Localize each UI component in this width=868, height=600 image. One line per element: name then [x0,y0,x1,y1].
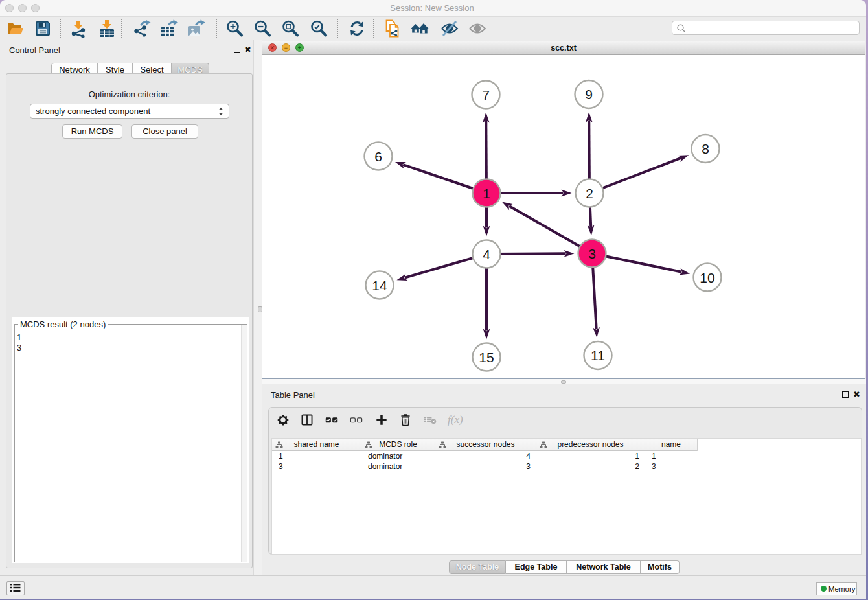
memory-button[interactable]: Memory [816,582,857,595]
zoom-out-button[interactable] [252,19,273,38]
hide-selected-button[interactable] [439,19,460,38]
deselect-all-button[interactable] [350,413,363,426]
network-canvas[interactable]: 1234678910111415 [262,56,865,378]
export-network-button[interactable] [131,19,152,38]
float-table-panel-icon[interactable] [842,391,849,398]
shared-column-icon [275,441,283,448]
optimization-criterion-label: Optimization criterion: [6,89,252,99]
export-table-icon [160,19,178,38]
tab-network-table[interactable]: Network Table [567,560,641,574]
search-box[interactable] [672,21,860,35]
table-settings-button[interactable] [277,413,290,426]
search-input[interactable] [688,22,856,34]
column-header-name[interactable]: name [645,439,698,451]
new-network-from-selection-icon [383,19,402,38]
network-frame-titlebar[interactable]: ✕ − + scc.txt [262,41,865,55]
column-header-shared-name[interactable]: shared name [272,439,361,451]
table-panel-titlebar: Table Panel ✖ [262,384,866,400]
horizontal-splitter-handle[interactable] [561,380,566,384]
table-cell[interactable]: 1 [279,451,283,461]
graph-node-label: 9 [585,87,593,102]
graph-node-label: 10 [700,270,714,285]
task-manager-button[interactable] [6,581,25,595]
mcds-result-fieldset: MCDS result (2 nodes) 1 3 [14,324,247,562]
tab-edge-table[interactable]: Edge Table [506,560,567,574]
add-icon [375,413,388,426]
vertical-splitter[interactable] [254,40,262,577]
table-row[interactable]: 3dominator323 [272,461,861,472]
show-all-button[interactable] [467,19,488,38]
window-titlebar[interactable]: Session: New Session [0,0,866,17]
table-cell[interactable]: dominator [368,451,402,461]
toolbar-separator [373,19,374,38]
tab-node-table[interactable]: Node Table [449,560,506,574]
save-session-button[interactable] [32,19,53,38]
open-file-icon [6,19,25,38]
mcds-result-panel: MCDS result (2 nodes) 1 3 [12,317,249,563]
delete-table-button[interactable] [424,413,437,426]
zoom-selected-button[interactable] [308,19,329,38]
table-panel-tabs: Node TableEdge TableNetwork TableMotifs [449,560,680,574]
mcds-panel: Optimization criterion: strongly connect… [6,73,253,568]
function-builder-button[interactable]: f(x) [448,413,461,426]
horizontal-splitter[interactable] [262,379,866,384]
result-scrollbar[interactable] [241,325,247,562]
export-table-button[interactable] [159,19,179,38]
new-network-from-selection-button[interactable] [382,19,403,38]
add-button[interactable] [375,413,388,426]
refresh-button[interactable] [347,19,367,38]
export-image-button[interactable] [186,19,207,38]
run-mcds-button[interactable]: Run MCDS [62,124,122,139]
graph-node-label: 6 [374,149,382,164]
import-network-button[interactable] [68,19,89,38]
graph-node-label: 14 [372,278,387,293]
column-header-MCDS-role[interactable]: MCDS role [361,439,435,451]
delete-button[interactable] [399,413,412,426]
graph-node-label: 11 [591,348,605,363]
search-icon [676,23,687,34]
network-frame-title: scc.txt [262,43,865,52]
delete-icon [399,413,412,426]
table-cell[interactable]: 4 [435,451,531,461]
zoom-in-icon [225,19,244,38]
mcds-result-text[interactable]: 1 3 [17,332,21,353]
close-control-panel-icon[interactable]: ✖ [244,45,251,54]
criterion-dropdown[interactable]: strongly connected component [30,104,229,119]
tab-motifs[interactable]: Motifs [641,560,680,574]
select-all-icon [325,413,338,426]
split-view-icon [301,413,314,426]
close-panel-button[interactable]: Close panel [131,124,198,139]
select-all-button[interactable] [325,413,338,426]
zoom-fit-button[interactable] [280,19,301,38]
zoom-in-button[interactable] [224,19,245,38]
table-cell[interactable]: 1 [652,451,656,461]
open-file-button[interactable] [5,19,26,38]
table-cell[interactable]: 2 [536,461,639,472]
column-header-predecessor-nodes[interactable]: predecessor nodes [536,439,645,451]
split-view-button[interactable] [301,413,314,426]
table-cell[interactable]: 1 [536,451,639,461]
network-graph[interactable]: 1234678910111415 [262,56,865,378]
table-cell[interactable]: 3 [652,461,656,472]
close-table-panel-icon[interactable]: ✖ [853,390,860,399]
memory-label: Memory [828,585,856,593]
export-image-icon [187,19,205,38]
column-label: predecessor nodes [557,440,623,449]
zoom-selected-icon [310,19,328,38]
first-neighbors-button[interactable] [409,19,430,38]
zoom-out-icon [253,19,271,38]
import-network-icon [69,19,87,38]
table-container: f(x) shared nameMCDS rolesuccessor nodes… [268,407,862,555]
table-cell[interactable]: dominator [368,461,402,472]
table-panel: Table Panel ✖ f(x) shared nameMCDS roles… [262,384,866,577]
graph-node-label: 4 [483,247,490,262]
table-cell[interactable]: 3 [279,461,283,472]
table-row[interactable]: 1dominator411 [272,451,861,461]
import-table-button[interactable] [97,19,117,38]
toolbar-separator [337,19,338,38]
column-header-successor-nodes[interactable]: successor nodes [435,439,536,451]
criterion-value: strongly connected component [36,106,150,116]
float-control-panel-icon[interactable] [234,47,240,53]
node-table: shared nameMCDS rolesuccessor nodesprede… [271,438,862,555]
table-cell[interactable]: 3 [435,461,531,472]
